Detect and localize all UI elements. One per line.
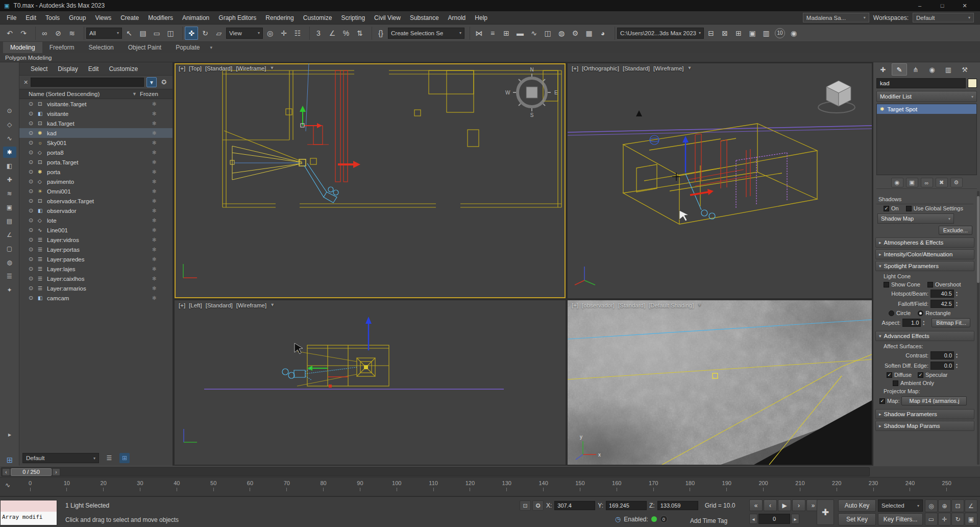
grid-view-icon[interactable]: ⊞ (119, 453, 130, 463)
toggle-ribbon-icon[interactable]: ▬ (513, 27, 527, 40)
explorer-grid-icon[interactable]: ⊞ (3, 454, 16, 466)
spinner-snap-icon[interactable]: ⇅ (353, 27, 366, 40)
ribbon-tab-object-paint[interactable]: Object Paint (121, 42, 168, 53)
aspect-value[interactable]: 1.0 (902, 319, 921, 327)
frozen-toggle-icon[interactable]: ✻ (144, 256, 173, 262)
enabled-indicator[interactable] (651, 516, 657, 522)
menu-help[interactable]: Help (470, 11, 492, 25)
percent-snap-icon[interactable]: % (339, 27, 353, 40)
pin-explorer-icon[interactable]: ✦ (3, 284, 16, 296)
list-item[interactable]: ⊙☰Layer:armarios✻ (19, 283, 173, 293)
zoom-extents-icon[interactable]: ⊡ (951, 499, 964, 512)
show-end-result-icon[interactable]: ▣ (906, 178, 918, 187)
display-materials-icon[interactable]: ◍ (3, 257, 16, 268)
exclude-button[interactable]: Exclude... (939, 226, 972, 235)
viewport-menu-shading[interactable]: [Default Shading] (649, 302, 694, 308)
selection-lock-icon[interactable]: ✪ (532, 500, 544, 511)
soften-spinner[interactable]: 0.0 ▲▼ (930, 362, 960, 370)
snap-toggle-icon[interactable]: 3 (312, 27, 325, 40)
select-manipulate-icon[interactable]: ✛ (277, 27, 290, 40)
ribbon-config-chevron-icon[interactable]: ▾ (210, 42, 213, 53)
list-item[interactable]: ⊙⊡visitante.Target✻ (19, 99, 173, 109)
light-on-icon[interactable]: ✱ (880, 106, 884, 112)
next-frame-arrow[interactable]: › (52, 468, 60, 476)
select-link-icon[interactable]: ∞ (38, 27, 51, 40)
visibility-eye-icon[interactable]: ⊙ (29, 120, 38, 127)
viewport-menu-plus[interactable]: [+] (572, 302, 578, 308)
manage-layers-icon[interactable]: ⊞ (732, 27, 745, 40)
prev-frame-arrow[interactable]: ‹ (2, 468, 10, 476)
time-slider-groove[interactable]: ‹ 0 / 250 › (1, 467, 870, 476)
viewport-canvas-left[interactable] (175, 300, 566, 465)
viewport-menu-pov[interactable]: [Orthographic] (582, 65, 619, 71)
list-item[interactable]: ⊙◧camcam✻ (19, 293, 173, 303)
display-helpers-icon[interactable]: ✚ (3, 174, 16, 185)
specular-checkbox[interactable]: ✓ (918, 372, 923, 378)
column-name-header[interactable]: Name (Sorted Descending) (23, 91, 132, 97)
x-field[interactable]: 307.4 (554, 501, 595, 510)
window-crossing-icon[interactable]: ◫ (164, 27, 177, 40)
frozen-toggle-icon[interactable]: ✻ (144, 247, 173, 252)
select-by-name-icon[interactable]: ▤ (136, 27, 150, 40)
projector-map-button[interactable]: Map #14 (armarios.j (901, 396, 967, 405)
workspace-dropdown[interactable]: Default ▾ (913, 13, 974, 22)
stack-item-target-spot[interactable]: ✱ Target Spot (877, 104, 976, 114)
fov-icon[interactable]: ∠ (965, 499, 977, 512)
ref-coord-dropdown[interactable]: View▾ (226, 28, 263, 39)
viewport-menu-standard[interactable]: [Standard] (206, 302, 233, 308)
compass-east-label[interactable]: E (554, 90, 558, 95)
counter-badge[interactable]: 0 (660, 515, 668, 523)
viewport-menu-standard[interactable]: [Standard] (205, 65, 232, 71)
frozen-toggle-icon[interactable]: ✻ (144, 111, 173, 116)
zoom-all-icon[interactable]: ⊕ (938, 499, 951, 512)
tab-modify[interactable]: ✎ (892, 63, 907, 76)
display-bones-icon[interactable]: ∠ (3, 229, 16, 241)
frozen-toggle-icon[interactable]: ✻ (144, 295, 173, 301)
zoom-icon[interactable]: ◎ (925, 499, 938, 512)
object-name-field[interactable]: kad (876, 78, 966, 88)
frame-increment-button[interactable]: ▸ (791, 514, 799, 524)
list-item[interactable]: ⊙⊡porta.Target✻ (19, 157, 173, 167)
undo-icon[interactable]: ↶ (3, 27, 16, 40)
viewport-observador[interactable]: x y [+] [observador] [Standard] [Default… (568, 300, 872, 465)
rect-region-icon[interactable]: ▭ (150, 27, 163, 40)
diffuse-checkbox[interactable]: ✓ (887, 372, 892, 378)
viewport-menu-shading[interactable]: [Wireframe] (653, 65, 683, 71)
layer-explorer-icon[interactable]: ⊞ (500, 27, 513, 40)
rollout-shadow-map-params[interactable]: ▸ Shadow Map Params (875, 421, 974, 431)
isolate-selection-icon[interactable]: ⊡ (520, 500, 531, 511)
frozen-toggle-icon[interactable]: ✻ (144, 140, 173, 146)
display-geometry-icon[interactable]: ◇ (3, 119, 16, 130)
bitmap-fit-button[interactable]: Bitmap Fit... (932, 318, 970, 327)
contrast-spinner[interactable]: 0.0 ▲▼ (930, 351, 960, 360)
list-item[interactable]: ⊙☀Omni001✻ (19, 186, 173, 196)
use-global-checkbox[interactable] (906, 206, 912, 211)
viewport-canvas-top[interactable]: N S E W (175, 63, 566, 298)
menu-animation[interactable]: Animation (178, 11, 214, 25)
frozen-toggle-icon[interactable]: ✻ (144, 237, 173, 243)
visibility-eye-icon[interactable]: ⊙ (29, 227, 38, 233)
menu-file[interactable]: File (2, 11, 21, 25)
macro-recorder-line[interactable] (1, 500, 57, 512)
visibility-eye-icon[interactable]: ⊙ (29, 139, 38, 146)
compass-west-label[interactable]: W (505, 90, 510, 95)
viewport-filter-icon[interactable]: ▼ (270, 302, 275, 308)
frozen-toggle-icon[interactable]: ✻ (144, 150, 173, 155)
falloff-value[interactable]: 42.5 (930, 300, 954, 308)
list-item[interactable]: ⊙⊡observador.Target✻ (19, 196, 173, 206)
select-display-icon[interactable]: ⊙ (3, 105, 16, 116)
menu-views[interactable]: Views (90, 11, 116, 25)
spin-down-icon[interactable]: ▼ (954, 294, 960, 297)
shadows-on-checkbox[interactable]: ✓ (884, 206, 889, 211)
modifier-list-dropdown[interactable]: Modifier List ▾ (876, 91, 977, 102)
time-slider-thumb[interactable]: 0 / 250 (11, 468, 52, 476)
display-xrefs-icon[interactable]: ▤ (3, 215, 16, 227)
list-item[interactable]: ⊙☼Sky001✻ (19, 138, 173, 148)
minimize-button[interactable]: – (909, 0, 931, 11)
next-frame-button[interactable]: › (792, 499, 805, 511)
spin-down-icon[interactable]: ▼ (921, 323, 926, 326)
tab-utilities[interactable]: ⚒ (957, 63, 972, 76)
frame-decrement-button[interactable]: ◂ (749, 514, 757, 524)
explorer-menu-display[interactable]: Display (54, 65, 82, 73)
column-filter-icon[interactable]: ▼ (132, 91, 137, 97)
